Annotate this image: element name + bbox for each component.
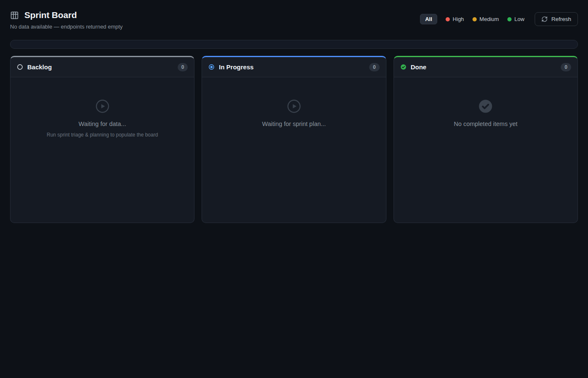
empty-state-subtitle: Run sprint triage & planning to populate… bbox=[10, 132, 194, 138]
circle-outline-icon bbox=[17, 64, 23, 70]
status-progress-bar bbox=[10, 40, 578, 49]
filter-controls: All High Medium Low bbox=[420, 12, 578, 26]
column-backlog: Backlog 0 Waiting for data... Run sprint… bbox=[10, 56, 194, 223]
column-in-progress-header: In Progress 0 bbox=[202, 57, 386, 77]
board-grid-icon bbox=[10, 11, 19, 20]
empty-state-title: Waiting for sprint plan... bbox=[202, 121, 386, 127]
filter-low[interactable]: Low bbox=[507, 16, 525, 22]
column-title: Backlog bbox=[27, 63, 52, 71]
play-circle-icon bbox=[95, 99, 110, 113]
filter-medium[interactable]: Medium bbox=[472, 16, 499, 22]
medium-priority-dot-icon bbox=[472, 17, 477, 21]
empty-state-title: No completed items yet bbox=[394, 121, 578, 127]
refresh-label: Refresh bbox=[551, 16, 571, 22]
column-done-header: Done 0 bbox=[394, 57, 578, 77]
topbar: Sprint Board No data available — endpoin… bbox=[10, 10, 578, 30]
radio-selected-icon bbox=[208, 64, 215, 70]
column-title: In Progress bbox=[219, 63, 254, 71]
empty-state-title: Waiting for data... bbox=[10, 121, 194, 127]
column-done-body: No completed items yet bbox=[394, 77, 578, 127]
filter-low-label: Low bbox=[514, 16, 525, 22]
filter-all-button[interactable]: All bbox=[420, 14, 437, 24]
kanban-board: Backlog 0 Waiting for data... Run sprint… bbox=[10, 56, 578, 223]
title-row: Sprint Board bbox=[10, 10, 123, 20]
filter-high[interactable]: High bbox=[446, 16, 464, 22]
filter-high-label: High bbox=[453, 16, 464, 22]
column-backlog-header: Backlog 0 bbox=[10, 57, 194, 77]
header-left: Sprint Board No data available — endpoin… bbox=[10, 10, 123, 30]
high-priority-dot-icon bbox=[446, 17, 450, 21]
sprint-board-page: Sprint Board No data available — endpoin… bbox=[0, 0, 588, 233]
filter-medium-label: Medium bbox=[480, 16, 499, 22]
column-backlog-body: Waiting for data... Run sprint triage & … bbox=[10, 77, 194, 138]
column-count-badge: 0 bbox=[369, 63, 380, 71]
column-count-badge: 0 bbox=[178, 63, 188, 71]
column-in-progress-body: Waiting for sprint plan... bbox=[202, 77, 386, 127]
check-circle-icon bbox=[400, 64, 407, 70]
page-subtitle: No data available — endpoints returned e… bbox=[10, 24, 123, 30]
page-title: Sprint Board bbox=[24, 10, 77, 20]
refresh-icon bbox=[541, 16, 548, 22]
column-in-progress: In Progress 0 Waiting for sprint plan... bbox=[202, 56, 386, 223]
refresh-button[interactable]: Refresh bbox=[535, 12, 578, 26]
play-circle-icon bbox=[287, 99, 301, 113]
low-priority-dot-icon bbox=[507, 17, 512, 21]
column-done: Done 0 No completed items yet bbox=[394, 56, 578, 223]
column-count-badge: 0 bbox=[561, 63, 571, 71]
column-title: Done bbox=[411, 63, 427, 71]
check-circle-filled-icon bbox=[478, 99, 493, 113]
